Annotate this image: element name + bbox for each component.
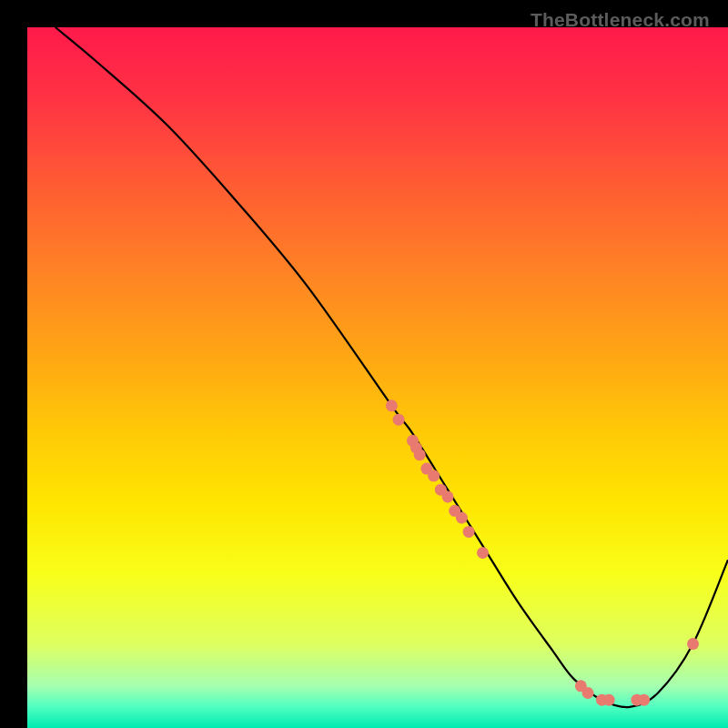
data-point — [638, 694, 650, 706]
plot-area — [27, 27, 728, 728]
data-point — [687, 638, 699, 650]
data-point — [442, 490, 454, 502]
data-point — [428, 470, 440, 481]
data-point — [456, 512, 468, 524]
chart-frame: TheBottleneck.com — [14, 14, 714, 714]
data-point — [463, 526, 475, 538]
gradient-background — [27, 27, 728, 728]
data-point — [477, 547, 489, 559]
data-point — [603, 694, 615, 706]
data-point — [582, 687, 594, 699]
chart-svg — [27, 27, 728, 728]
data-point — [393, 414, 405, 426]
watermark-text: TheBottleneck.com — [531, 9, 710, 31]
data-point — [414, 449, 426, 460]
data-point — [386, 399, 398, 411]
